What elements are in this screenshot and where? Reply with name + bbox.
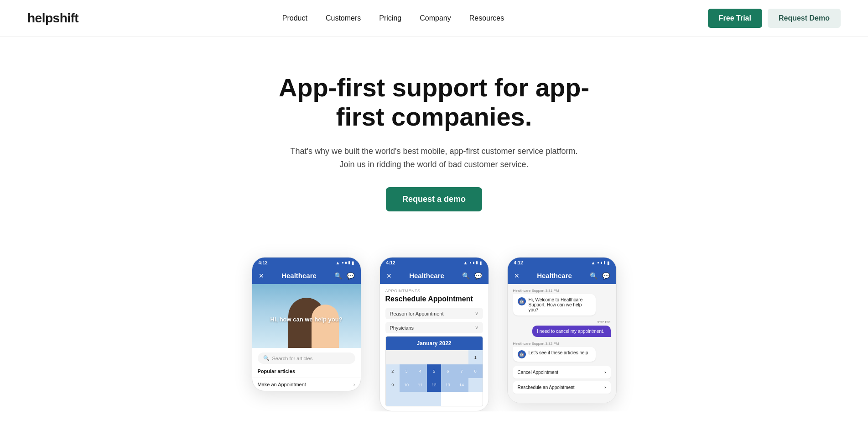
phone3-chat-body: Healthcare Support 3:31 PM 🤖 Hi, Welcome…: [508, 284, 616, 403]
phone1-close-icon[interactable]: ✕: [259, 272, 264, 279]
cal-cell[interactable]: 4: [413, 364, 427, 378]
phone3-header-icons: 🔍 💬: [590, 272, 610, 279]
hero-subtitle: That's why we built the world's best mob…: [279, 145, 589, 171]
chat-list-item-1[interactable]: Cancel Appointment ›: [513, 366, 611, 379]
phone2-calendar-header: January 2022: [386, 337, 483, 350]
chat-list-item-2-chevron-icon: ›: [604, 385, 606, 390]
phone1-list-item[interactable]: Make an Appointment ›: [252, 378, 361, 391]
phone1-popular-label: Popular articles: [252, 368, 361, 374]
request-demo-nav-button[interactable]: Request Demo: [768, 9, 841, 28]
phone1-search-icon[interactable]: 🔍: [334, 272, 342, 279]
phone3-close-icon[interactable]: ✕: [514, 272, 520, 279]
phone1-search-input: Search for articles: [272, 356, 313, 361]
hero-section: App-first support for app-first companie…: [0, 37, 868, 239]
phone1-wifi-icon: ▲: [336, 260, 340, 265]
phone3-search-icon[interactable]: 🔍: [590, 272, 598, 279]
chat-agent-bubble-2: Healthcare Support 3:32 PM 🤖 Let's see i…: [513, 342, 611, 362]
cal-cell: [413, 350, 427, 364]
phone-3: 4:12 ▲ ▮ ✕ Healthcare 🔍 💬 Healthcare Sup…: [507, 257, 617, 403]
logo[interactable]: helpshift: [27, 11, 78, 26]
cal-cell[interactable]: 8: [468, 364, 482, 378]
chat-list-item-1-label: Cancel Appointment: [518, 370, 559, 375]
phone2-reason-chevron-icon: ∨: [475, 310, 478, 316]
hero-title: App-first support for app-first companie…: [275, 73, 594, 132]
cal-cell[interactable]: 5: [427, 364, 441, 378]
cal-cell[interactable]: 6: [441, 364, 455, 378]
phone2-physicians-label: Physicians: [390, 325, 414, 331]
cal-cell[interactable]: 7: [455, 364, 468, 378]
phone3-time: 4:12: [514, 260, 523, 265]
chat-agent-text-2: Let's see if these articles help: [529, 350, 588, 355]
hero-subtitle-line2: Join us in ridding the world of bad cust…: [339, 160, 528, 169]
phone2-header-icons: 🔍 💬: [462, 272, 482, 279]
cal-cell[interactable]: 13: [441, 378, 455, 392]
phone2-reason-row[interactable]: Reason for Appointment ∨: [385, 308, 483, 319]
phone1-time: 4:12: [259, 260, 268, 265]
nav-item-company[interactable]: Company: [420, 14, 451, 22]
phones-section: 4:12 ▲ ▮ ✕ Healthcare 🔍 💬 Hi, how can we…: [0, 239, 868, 411]
nav-item-product[interactable]: Product: [282, 14, 307, 22]
phone2-wifi-icon: ▲: [463, 260, 468, 265]
phone1-signal2: [345, 262, 347, 264]
nav-ctas: Free Trial Request Demo: [708, 9, 841, 28]
chat-list-item-2-label: Reschedule an Appointment: [518, 385, 575, 390]
phone3-signal2: [601, 262, 602, 264]
phone3-status-icons: ▲ ▮: [591, 260, 610, 265]
chat-user-msg: I need to cancel my appointment.: [532, 326, 610, 337]
phone2-body: APPOINTMENTS Reschedule Appointment Reas…: [380, 284, 489, 410]
phone2-signal2: [473, 262, 474, 264]
cal-cell[interactable]: 12: [427, 378, 441, 392]
nav-item-pricing[interactable]: Pricing: [379, 14, 401, 22]
phone2-time: 4:12: [386, 260, 395, 265]
logo-shift: shift: [53, 11, 79, 25]
phone1-search-bar-icon: 🔍: [263, 355, 270, 361]
phone2-physicians-row[interactable]: Physicians ∨: [385, 322, 483, 333]
cal-cell[interactable]: 2: [386, 364, 400, 378]
phone2-calendar: January 2022 1 2 3 4 5 6 7 8 9: [385, 336, 483, 406]
chat-list-item-2[interactable]: Reschedule an Appointment ›: [513, 381, 611, 394]
nav-links: Product Customers Pricing Company Resour…: [282, 14, 504, 22]
phone1-chat-icon[interactable]: 💬: [347, 272, 354, 279]
phone3-header: ✕ Healthcare 🔍 💬: [508, 268, 616, 284]
phone1-hero-image: Hi, how can we help you?: [252, 284, 361, 348]
cal-cell[interactable]: 11: [413, 378, 427, 392]
request-demo-hero-button[interactable]: Request a demo: [386, 187, 482, 211]
phone1-search-bar[interactable]: 🔍 Search for articles: [258, 353, 355, 364]
phone-2: 4:12 ▲ ▮ ✕ Healthcare 🔍 💬 APPOINTMENTS R…: [379, 257, 489, 411]
phone2-chat-icon[interactable]: 💬: [474, 272, 482, 279]
hero-subtitle-line1: That's why we built the world's best mob…: [290, 147, 577, 156]
chat-list-item-1-chevron-icon: ›: [604, 370, 606, 375]
cal-cell: [386, 350, 400, 364]
cal-cell[interactable]: 1: [468, 350, 482, 364]
cal-cell: [413, 392, 427, 405]
phone1-header-title: Healthcare: [281, 272, 317, 279]
cal-cell: [427, 350, 441, 364]
cal-cell: [455, 350, 468, 364]
phone2-search-icon[interactable]: 🔍: [462, 272, 470, 279]
phone2-status-bar: 4:12 ▲ ▮: [380, 258, 489, 268]
chat-agent-msg-2: 🤖 Let's see if these articles help: [513, 347, 596, 362]
phone1-signal1: [342, 262, 343, 263]
phone2-close-icon[interactable]: ✕: [386, 272, 392, 279]
chat-agent-bubble-1: Healthcare Support 3:31 PM 🤖 Hi, Welcome…: [513, 289, 611, 316]
navbar: helpshift Product Customers Pricing Comp…: [0, 0, 868, 37]
phone2-status-icons: ▲ ▮: [463, 260, 482, 265]
free-trial-button[interactable]: Free Trial: [708, 9, 762, 28]
phone3-header-title: Healthcare: [537, 272, 572, 279]
phone1-header-icons: 🔍 💬: [334, 272, 354, 279]
chat-bot-avatar-2: 🤖: [518, 350, 526, 358]
chat-agent-msg-1: 🤖 Hi, Welcome to Healthcare Support. How…: [513, 294, 596, 316]
phone1-signal3: [348, 261, 350, 264]
cal-cell[interactable]: 3: [400, 364, 413, 378]
phone2-physicians-chevron-icon: ∨: [475, 325, 478, 331]
cal-cell[interactable]: 9: [386, 378, 400, 392]
phone3-status-bar: 4:12 ▲ ▮: [508, 258, 616, 268]
phone1-battery-icon: ▮: [352, 260, 354, 265]
phone3-chat-icon[interactable]: 💬: [602, 272, 610, 279]
chat-agent-meta-1: Healthcare Support 3:31 PM: [513, 289, 611, 293]
nav-item-customers[interactable]: Customers: [326, 14, 361, 22]
cal-cell[interactable]: 14: [455, 378, 468, 392]
nav-item-resources[interactable]: Resources: [469, 14, 504, 22]
chat-agent-meta-2: Healthcare Support 3:32 PM: [513, 342, 611, 346]
cal-cell[interactable]: 10: [400, 378, 413, 392]
